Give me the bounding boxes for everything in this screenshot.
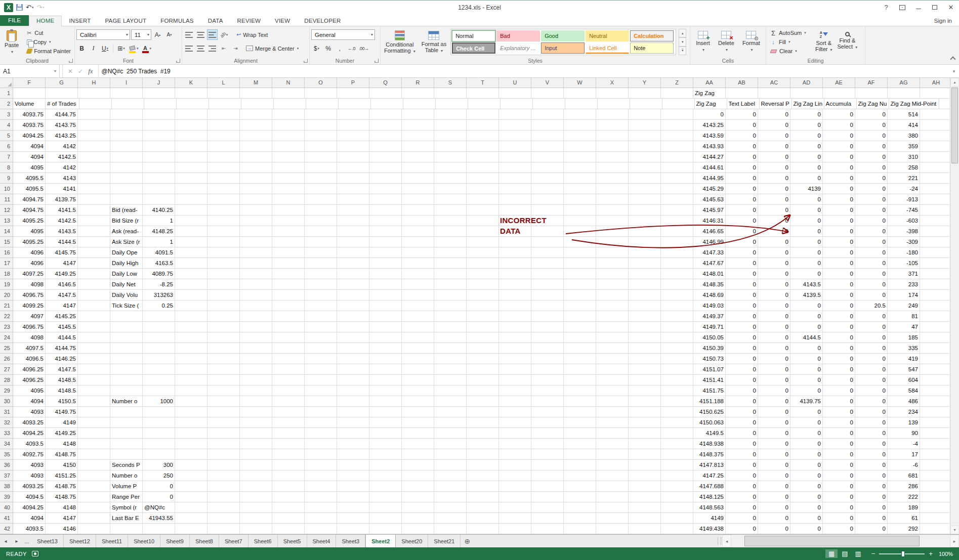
cell-M30[interactable] xyxy=(240,396,272,407)
cell-J33[interactable] xyxy=(143,428,175,439)
cell-V5[interactable] xyxy=(531,131,564,141)
cell-G10[interactable]: 4141 xyxy=(46,184,78,194)
row-header-35[interactable]: 35 xyxy=(0,449,13,460)
cell-M7[interactable] xyxy=(240,152,272,162)
cell-AA8[interactable]: 4144.61 xyxy=(693,162,726,173)
col-header-T[interactable]: T xyxy=(467,78,499,88)
cell-AA41[interactable]: 4149 xyxy=(693,513,726,524)
cell-X25[interactable] xyxy=(596,343,629,354)
cell-H25[interactable] xyxy=(78,343,110,354)
cell-Z18[interactable] xyxy=(661,269,693,279)
cell-AE40[interactable]: 0 xyxy=(823,502,855,513)
cell-U19[interactable] xyxy=(499,279,531,290)
cell-Q27[interactable] xyxy=(369,364,402,375)
cell-AD15[interactable]: 0 xyxy=(790,237,823,247)
cell-Z21[interactable] xyxy=(661,300,693,311)
cell-AB10[interactable]: 0 xyxy=(726,184,758,194)
cell-Z9[interactable] xyxy=(661,173,693,184)
cell-L5[interactable] xyxy=(207,131,240,141)
cell-J30[interactable]: 1000 xyxy=(143,396,175,407)
format-cells-button[interactable]: Format ▾ xyxy=(738,28,764,56)
cell-AC24[interactable]: 0 xyxy=(758,332,790,343)
number-format-select[interactable]: General▾ xyxy=(311,29,375,40)
cell-AD38[interactable]: 0 xyxy=(790,481,823,492)
cell-W32[interactable] xyxy=(564,417,596,428)
cell-Q16[interactable] xyxy=(369,247,402,258)
cell-O33[interactable] xyxy=(305,428,337,439)
cell-T40[interactable] xyxy=(467,502,499,513)
cell-F13[interactable]: 4095.25 xyxy=(13,216,46,226)
cell-V20[interactable] xyxy=(531,290,564,300)
cell-G19[interactable]: 4146.5 xyxy=(46,279,78,290)
cell-G39[interactable]: 4148.75 xyxy=(46,492,78,502)
cell-R24[interactable] xyxy=(402,332,434,343)
cell-AF10[interactable]: 0 xyxy=(855,184,888,194)
cell-M14[interactable] xyxy=(240,226,272,237)
cell-AF1[interactable] xyxy=(855,88,888,99)
cell-P38[interactable] xyxy=(337,481,369,492)
cell-P4[interactable] xyxy=(337,120,369,131)
cell-F37[interactable]: 4093 xyxy=(13,470,46,481)
cell-P7[interactable] xyxy=(337,152,369,162)
cell-R18[interactable] xyxy=(402,269,434,279)
cell-F17[interactable]: 4096 xyxy=(13,258,46,269)
top-align-button[interactable] xyxy=(184,29,194,40)
cell-V29[interactable] xyxy=(531,385,564,396)
cell-W2[interactable] xyxy=(565,99,598,109)
cell-O21[interactable] xyxy=(305,300,337,311)
cell-V10[interactable] xyxy=(531,184,564,194)
cell-I1[interactable] xyxy=(110,88,143,99)
underline-button[interactable]: U▾ xyxy=(100,43,110,54)
cell-AC39[interactable]: 0 xyxy=(758,492,790,502)
cell-P10[interactable] xyxy=(337,184,369,194)
row-header-21[interactable]: 21 xyxy=(0,300,13,311)
row-header-34[interactable]: 34 xyxy=(0,439,13,449)
cell-J38[interactable]: 0 xyxy=(143,481,175,492)
cell-M13[interactable] xyxy=(240,216,272,226)
cell-O26[interactable] xyxy=(305,354,337,364)
cell-R38[interactable] xyxy=(402,481,434,492)
cell-T22[interactable] xyxy=(467,311,499,322)
number-dialog-launcher-icon[interactable] xyxy=(374,59,379,63)
cell-H21[interactable] xyxy=(78,300,110,311)
cell-AB36[interactable]: 0 xyxy=(726,460,758,470)
cell-AG7[interactable]: 310 xyxy=(888,152,920,162)
cell-Z4[interactable] xyxy=(661,120,693,131)
cell-I17[interactable]: Daily High xyxy=(110,258,143,269)
cell-K5[interactable] xyxy=(175,131,207,141)
cell-U33[interactable] xyxy=(499,428,531,439)
page-layout-view-icon[interactable]: ▤ xyxy=(839,549,851,558)
cell-Y30[interactable] xyxy=(629,396,661,407)
normal-view-icon[interactable]: ▦ xyxy=(825,549,838,558)
cell-AE29[interactable]: 0 xyxy=(823,385,855,396)
cell-K40[interactable] xyxy=(175,502,207,513)
cell-X2[interactable] xyxy=(598,99,630,109)
cell-X20[interactable] xyxy=(596,290,629,300)
cell-AC34[interactable]: 0 xyxy=(758,439,790,449)
cell-Z10[interactable] xyxy=(661,184,693,194)
cell-AH27[interactable] xyxy=(920,364,950,375)
cell-G25[interactable]: 4144.75 xyxy=(46,343,78,354)
cell-O6[interactable] xyxy=(305,141,337,152)
cell-F29[interactable]: 4095 xyxy=(13,385,46,396)
cell-V15[interactable] xyxy=(531,237,564,247)
cell-AE24[interactable]: 0 xyxy=(823,332,855,343)
cell-AD41[interactable]: 0 xyxy=(790,513,823,524)
cell-M15[interactable] xyxy=(240,237,272,247)
cell-T35[interactable] xyxy=(467,449,499,460)
ribbon-tab-developer[interactable]: DEVELOPER xyxy=(297,16,348,26)
cell-AD12[interactable]: 0 xyxy=(790,205,823,216)
cell-G4[interactable]: 4143.75 xyxy=(46,120,78,131)
cell-O41[interactable] xyxy=(305,513,337,524)
cell-AF3[interactable]: 0 xyxy=(855,109,888,120)
cell-AG3[interactable]: 514 xyxy=(888,109,920,120)
cell-O19[interactable] xyxy=(305,279,337,290)
cell-Z32[interactable] xyxy=(661,417,693,428)
cell-V21[interactable] xyxy=(531,300,564,311)
cell-AG29[interactable]: 584 xyxy=(888,385,920,396)
cell-G32[interactable]: 4149 xyxy=(46,417,78,428)
cell-AF6[interactable]: 0 xyxy=(855,141,888,152)
cell-AD4[interactable]: 0 xyxy=(790,120,823,131)
cell-AD40[interactable]: 0 xyxy=(790,502,823,513)
col-header-Q[interactable]: Q xyxy=(369,78,402,88)
